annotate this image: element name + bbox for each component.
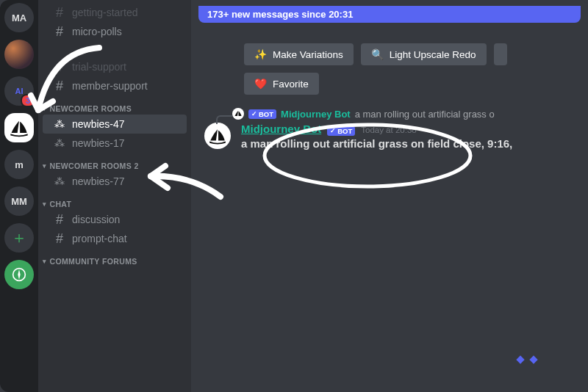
component-row-1: ✨ Make Variations 🔍 Light Upscale Redo xyxy=(191,23,588,65)
category-label: NEWCOMER ROOMS xyxy=(49,104,132,113)
category-community-forums[interactable]: ▾ COMMUNITY FORUMS xyxy=(38,248,191,267)
server-midjourney[interactable] xyxy=(4,113,34,142)
chevron-down-icon: ▾ xyxy=(43,200,46,208)
sailboat-icon xyxy=(208,126,227,145)
channel-micro-polls[interactable]: # micro-polls xyxy=(43,22,187,41)
chat-main: 173+ new messages since 20:31 ✨ Make Var… xyxy=(191,0,588,392)
message-avatar[interactable] xyxy=(204,123,231,149)
channel-label: newbies-17 xyxy=(72,137,125,149)
channel-label: discussion xyxy=(72,214,120,225)
hash-icon: # xyxy=(53,79,66,92)
reply-text: a man rolling out artificial grass o xyxy=(355,109,495,120)
category-chat[interactable]: ▾ CHAT xyxy=(38,191,191,210)
channel-member-support[interactable]: # member-support xyxy=(43,76,187,95)
message-row: Midjourney Bot ✓ BOT Today at 20:38 a ma… xyxy=(204,120,588,150)
server-m[interactable]: m xyxy=(4,150,34,179)
forum-hash-icon: ⁂ xyxy=(53,175,66,188)
server-ma-label: MA xyxy=(12,12,26,23)
hash-icon: # xyxy=(53,213,66,226)
bot-tag: ✓ BOT xyxy=(327,126,355,136)
sailboat-icon xyxy=(9,117,29,138)
light-upscale-button[interactable]: 🔍 Light Upscale Redo xyxy=(361,43,487,65)
button-label: Make Variations xyxy=(273,49,343,60)
channel-prompt-chat[interactable]: # prompt-chat xyxy=(43,229,187,248)
channel-label: member-support xyxy=(72,80,148,92)
sparkle-icon: ✨ xyxy=(254,48,267,60)
server-ma[interactable]: MA xyxy=(4,3,34,32)
notification-badge: 3 xyxy=(21,94,35,107)
heart-icon: ❤️ xyxy=(254,78,267,90)
hash-icon: # xyxy=(53,232,66,245)
loading-dot xyxy=(516,355,524,363)
hash-icon: # xyxy=(53,25,66,38)
button-label: Favorite xyxy=(273,79,309,90)
favorite-button[interactable]: ❤️ Favorite xyxy=(244,73,319,95)
plus-icon: ＋ xyxy=(11,227,27,249)
channel-newbies-47[interactable]: ⁂ newbies-47 xyxy=(43,115,187,134)
channel-newbies-77[interactable]: ⁂ newbies-77 xyxy=(43,172,187,191)
channel-discussion[interactable]: # discussion xyxy=(43,210,187,229)
button-label: Light Upscale Redo xyxy=(390,49,476,60)
server-mm-label: MM xyxy=(11,196,27,207)
channel-label: newbies-77 xyxy=(72,175,125,187)
hash-icon: # xyxy=(53,60,66,73)
check-icon: ✓ xyxy=(330,127,336,134)
make-variations-button[interactable]: ✨ Make Variations xyxy=(244,43,354,65)
chevron-down-icon: ▾ xyxy=(43,162,46,170)
server-mm[interactable]: MM xyxy=(4,186,34,216)
check-icon: ✓ xyxy=(251,110,257,117)
extra-button[interactable] xyxy=(494,43,507,65)
message-text: a man rolling out artificial grass on fi… xyxy=(241,136,512,150)
forum-hash-icon: ⁂ xyxy=(53,117,66,131)
server-rail: MA AI 3 m MM ＋ xyxy=(0,0,38,392)
compass-icon xyxy=(12,267,26,282)
channel-label: micro-polls xyxy=(72,26,122,37)
bot-tag: ✓ BOT xyxy=(248,109,276,119)
channel-label: trial-support xyxy=(72,61,126,73)
explore-servers-button[interactable] xyxy=(4,260,34,289)
loading-indicator xyxy=(517,357,537,363)
channel-newbies-17[interactable]: ⁂ newbies-17 xyxy=(43,134,187,153)
message-block: ✓ BOT Midjourney Bot a man rolling out a… xyxy=(191,95,588,150)
server-m-label: m xyxy=(15,159,24,170)
hash-icon: # xyxy=(53,6,66,19)
magnify-icon: 🔍 xyxy=(371,48,384,60)
new-messages-bar[interactable]: 173+ new messages since 20:31 xyxy=(198,6,581,23)
new-messages-text: 173+ new messages since 20:31 xyxy=(207,9,353,20)
reply-author: Midjourney Bot xyxy=(281,109,351,120)
server-blurple[interactable]: AI 3 xyxy=(4,76,34,106)
channel-trial-support[interactable]: # trial-support xyxy=(43,57,187,76)
category-newcomer-rooms-2[interactable]: ▾ NEWCOMER ROOMS 2 xyxy=(38,153,191,172)
category-label: NEWCOMER ROOMS 2 xyxy=(49,161,138,170)
sailboat-icon xyxy=(234,109,243,118)
category-label: COMMUNITY FORUMS xyxy=(49,257,137,266)
category-label: CHAT xyxy=(49,200,71,208)
message-body: Midjourney Bot ✓ BOT Today at 20:38 a ma… xyxy=(241,123,512,150)
component-row-2: ❤️ Favorite xyxy=(191,65,588,95)
message-author[interactable]: Midjourney Bot xyxy=(241,123,321,135)
channel-label: newbies-47 xyxy=(72,118,125,130)
message-timestamp: Today at 20:38 xyxy=(361,126,416,134)
forum-hash-icon: ⁂ xyxy=(53,137,66,150)
channel-label: prompt-chat xyxy=(72,233,127,244)
channel-sidebar: # getting-started # micro-polls # trial-… xyxy=(38,0,191,392)
category-newcomer-rooms[interactable]: ▾ NEWCOMER ROOMS xyxy=(38,95,191,115)
loading-dot xyxy=(529,355,537,363)
reply-preview[interactable]: ✓ BOT Midjourney Bot a man rolling out a… xyxy=(204,108,588,120)
reply-avatar xyxy=(232,108,244,120)
channel-label: getting-started xyxy=(72,7,138,18)
chevron-down-icon: ▾ xyxy=(43,105,46,112)
server-avatar-2[interactable] xyxy=(4,40,34,69)
channel-getting-started[interactable]: # getting-started xyxy=(43,3,187,22)
chevron-down-icon: ▾ xyxy=(43,258,46,265)
add-server-button[interactable]: ＋ xyxy=(4,223,34,253)
